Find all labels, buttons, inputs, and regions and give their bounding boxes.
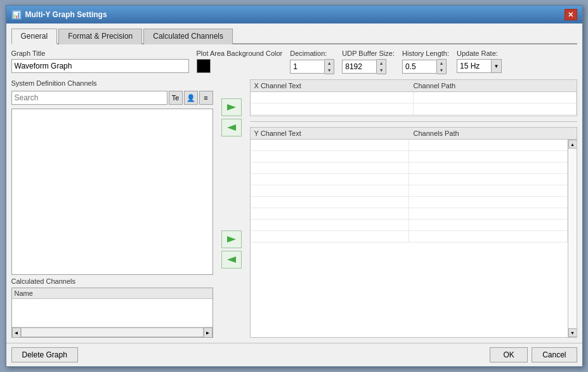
y-scroll-track[interactable] — [568, 149, 577, 328]
update-rate-group: Update Rate: ▼ — [457, 50, 502, 73]
scroll-left-btn[interactable]: ◄ — [12, 328, 21, 338]
graph-title-input[interactable] — [11, 59, 189, 73]
udp-buffer-spin-buttons: ▲ ▼ — [377, 59, 386, 74]
x-channel-header: X Channel Text Channel Path — [251, 80, 577, 92]
table-row — [251, 208, 568, 220]
udp-buffer-group: UDP Buffer Size: ▲ ▼ — [342, 50, 395, 74]
udp-buffer-spinner: ▲ ▼ — [342, 59, 395, 74]
decimation-spinner: ▲ ▼ — [290, 59, 334, 74]
svg-marker-3 — [227, 256, 236, 263]
svg-marker-1 — [227, 124, 236, 131]
scroll-right-btn[interactable]: ► — [204, 328, 212, 338]
bg-color-group: Plot Area Background Color — [197, 50, 283, 73]
x-channel-table: X Channel Text Channel Path — [250, 79, 577, 116]
y-scroll-up[interactable]: ▲ — [568, 140, 577, 149]
x-add-arrow[interactable] — [221, 98, 242, 116]
decimation-down[interactable]: ▼ — [325, 67, 334, 74]
history-down[interactable]: ▼ — [437, 67, 446, 74]
calc-channels-section: Calculated Channels Name ◄ ► — [11, 277, 213, 338]
right-panel: X Channel Text Channel Path — [250, 79, 577, 338]
history-label: History Length: — [402, 50, 449, 57]
delete-graph-button[interactable]: Delete Graph — [11, 347, 78, 362]
table-row — [251, 92, 577, 103]
tab-calculated-channels[interactable]: Calculated Channels — [143, 29, 233, 44]
decimation-label: Decimation: — [290, 50, 334, 57]
update-rate-arrow[interactable]: ▼ — [492, 59, 502, 73]
x-channel-text-col: X Channel Text — [254, 82, 414, 90]
udp-buffer-down[interactable]: ▼ — [377, 67, 386, 74]
user-icon-btn[interactable]: 👤 — [184, 91, 198, 105]
udp-buffer-label: UDP Buffer Size: — [342, 50, 395, 57]
panel-divider — [250, 121, 577, 122]
y-channel-header: Y Channel Text Channels Path — [251, 128, 577, 140]
table-row — [251, 220, 568, 231]
y-channel-text-col: Y Channel Text — [254, 130, 414, 137]
table-row — [251, 163, 568, 174]
table-row — [251, 185, 568, 197]
graph-title-label: Graph Title — [11, 50, 189, 57]
ok-button[interactable]: OK — [490, 347, 528, 362]
channel-list[interactable] — [11, 109, 213, 275]
udp-buffer-up[interactable]: ▲ — [377, 60, 386, 67]
text-icon-btn[interactable]: Te — [169, 91, 183, 105]
calc-channels-box: Name ◄ ► — [11, 288, 213, 338]
table-row — [251, 197, 568, 208]
table-row — [251, 174, 568, 185]
scroll-track-h[interactable] — [21, 328, 204, 337]
graph-title-group: Graph Title — [11, 50, 189, 73]
y-scroll-down[interactable]: ▼ — [568, 328, 577, 337]
main-area: Graph Title Plot Area Background Color D… — [11, 50, 577, 338]
history-spinner: ▲ ▼ — [402, 59, 449, 74]
x-path-cell — [414, 92, 577, 103]
decimation-group: Decimation: ▲ ▼ — [290, 50, 334, 74]
decimation-up[interactable]: ▲ — [325, 60, 334, 67]
udp-buffer-input[interactable] — [342, 60, 377, 74]
history-input[interactable] — [402, 60, 437, 74]
title-bar: 📊 Multi-Y Graph Settings ✕ — [6, 6, 582, 23]
calc-channels-header: Name — [12, 288, 212, 299]
svg-marker-0 — [227, 104, 236, 110]
tab-bar: General Format & Precision Calculated Ch… — [11, 27, 577, 44]
bottom-area: System Definition Channels Te 👤 ≡ — [11, 79, 577, 338]
table-row — [251, 231, 568, 242]
tab-general[interactable]: General — [11, 29, 58, 44]
decimation-input[interactable] — [290, 60, 325, 74]
bottom-right-buttons: OK Cancel — [490, 347, 577, 362]
y-remove-arrow[interactable] — [221, 251, 242, 269]
search-bar: Te 👤 ≡ — [11, 91, 213, 105]
calc-h-scrollbar: ◄ ► — [12, 327, 212, 337]
update-rate-label: Update Rate: — [457, 50, 502, 57]
history-up[interactable]: ▲ — [437, 60, 446, 67]
x-text-cell — [251, 92, 414, 103]
table-row — [251, 151, 568, 163]
search-input[interactable] — [11, 91, 167, 105]
y-channel-table: Y Channel Text Channels Path — [250, 127, 577, 338]
y-scroll-container: ▲ ▼ — [251, 140, 577, 337]
x-channel-body — [251, 92, 577, 115]
window-icon: 📊 — [11, 10, 22, 20]
x-remove-arrow[interactable] — [221, 119, 242, 136]
x-channel-path-col: Channel Path — [414, 82, 573, 90]
table-row — [251, 140, 568, 151]
title-bar-left: 📊 Multi-Y Graph Settings — [11, 10, 107, 20]
calc-channels-content[interactable] — [12, 299, 212, 327]
window-title: Multi-Y Graph Settings — [25, 10, 107, 19]
svg-marker-2 — [227, 236, 236, 242]
table-row — [251, 103, 577, 115]
x-path-cell-2 — [414, 103, 577, 114]
y-scrollbar: ▲ ▼ — [568, 140, 577, 337]
history-spin-buttons: ▲ ▼ — [437, 59, 447, 74]
y-table-content — [251, 140, 568, 337]
bg-color-picker[interactable] — [197, 59, 211, 73]
y-add-arrow[interactable] — [221, 230, 242, 248]
update-rate-dropdown: ▼ — [457, 59, 502, 73]
cancel-button[interactable]: Cancel — [532, 347, 577, 362]
close-button[interactable]: ✕ — [565, 9, 577, 20]
list-icon-btn[interactable]: ≡ — [199, 91, 213, 105]
history-group: History Length: ▲ ▼ — [402, 50, 449, 74]
tab-format-precision[interactable]: Format & Precision — [58, 29, 142, 44]
bg-color-label: Plot Area Background Color — [197, 50, 283, 57]
update-rate-input[interactable] — [457, 59, 492, 73]
window-content: General Format & Precision Calculated Ch… — [6, 23, 582, 343]
y-channels-path-col: Channels Path — [414, 130, 573, 137]
